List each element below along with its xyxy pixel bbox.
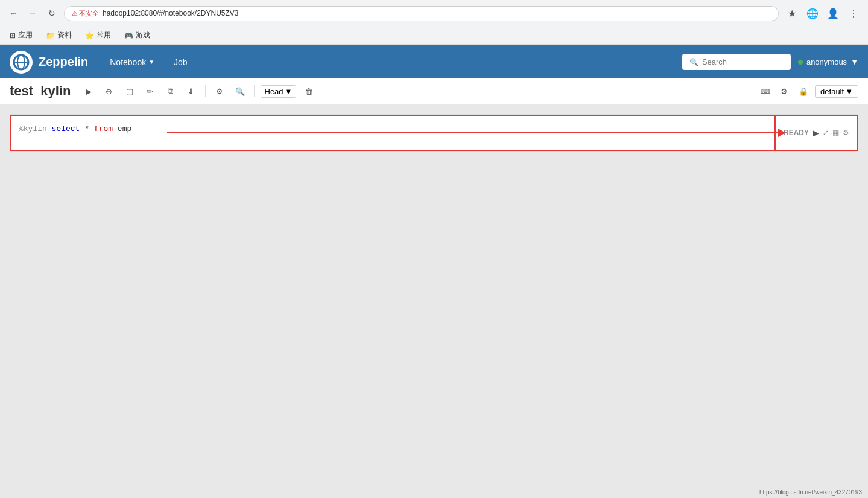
game-icon: 🎮: [124, 31, 133, 40]
code-asterisk: *: [80, 124, 93, 133]
head-dropdown[interactable]: Head ▼: [261, 85, 297, 98]
cell-expand-button[interactable]: ⤢: [823, 129, 829, 137]
user-area[interactable]: anonymous ▼: [798, 57, 858, 66]
bookmark-apps[interactable]: ⊞ 应用: [6, 29, 36, 42]
cell-run-button[interactable]: ▶: [813, 128, 819, 138]
nav-notebook[interactable]: Notebook ▼: [100, 53, 164, 72]
notebook-toolbar: test_kylin ▶ ⊖ ▢ ✏ ⧉ ⇓ ⚙ 🔍 Head ▼ 🗑 ⌨ ⚙ …: [0, 78, 868, 104]
main-nav: Notebook ▼ Job: [100, 53, 197, 72]
app-header: Zeppelin Notebook ▼ Job 🔍 anonymous ▼: [0, 45, 868, 78]
browser-actions: ★ 🌐 👤 ⋮: [784, 5, 862, 22]
search-button[interactable]: 🔍: [232, 83, 248, 99]
bookmarks-bar: ⊞ 应用 📁 资料 ⭐ 常用 🎮 游戏: [0, 27, 868, 45]
cell-code-area[interactable]: %kylin select * from emp: [10, 115, 775, 151]
code-from: from: [94, 124, 113, 133]
code-prefix: %kylin: [19, 124, 52, 133]
code-content: %kylin select * from emp: [19, 123, 767, 135]
url-text: hadoop102:8080/#/notebook/2DYNU5ZV3: [103, 9, 239, 18]
reload-button[interactable]: ↻: [45, 6, 59, 21]
default-dropdown-arrow: ▼: [845, 87, 853, 96]
cell-right-panel: READY ▶ ⤢ ▦ ⚙: [775, 115, 858, 151]
settings-btn[interactable]: ⚙: [776, 83, 792, 99]
paragraph-settings-button[interactable]: ⚙: [212, 83, 227, 99]
toolbar-separator: [205, 85, 206, 97]
delete-button[interactable]: 🗑: [301, 83, 317, 99]
forward-button[interactable]: →: [25, 6, 40, 21]
security-warning: ⚠ 不安全: [72, 9, 99, 18]
run-all-button[interactable]: ▶: [81, 83, 97, 99]
toolbar-right: ⌨ ⚙ 🔒 default ▼: [758, 83, 858, 99]
profile-btn[interactable]: 👤: [825, 5, 841, 22]
code-cell: %kylin select * from emp READY ▶ ⤢ ▦ ⚙: [10, 114, 858, 152]
cell-status: READY: [784, 129, 809, 137]
logo-area: Zeppelin: [10, 51, 88, 74]
menu-btn[interactable]: ⋮: [845, 5, 862, 22]
username: anonymous: [806, 57, 847, 66]
hide-code-button[interactable]: ⊖: [101, 83, 117, 99]
bookmark-data[interactable]: 📁 资料: [42, 29, 75, 42]
toolbar-separator-2: [254, 85, 255, 97]
logo-icon: [10, 51, 33, 74]
code-table: emp: [113, 124, 131, 133]
search-input[interactable]: [702, 57, 784, 66]
back-button[interactable]: ←: [6, 6, 21, 21]
clear-output-button[interactable]: ✏: [142, 83, 158, 99]
folder-icon: 📁: [46, 31, 55, 40]
bookmark-games[interactable]: 🎮 游戏: [121, 29, 154, 42]
head-dropdown-arrow: ▼: [285, 87, 293, 96]
bookmark-star[interactable]: ★: [784, 5, 800, 22]
browser-toolbar: ← → ↻ ⚠ 不安全 hadoop102:8080/#/notebook/2D…: [0, 0, 868, 27]
bookmark-common[interactable]: ⭐ 常用: [81, 29, 115, 42]
cell-table-button[interactable]: ▦: [832, 129, 839, 137]
user-status-dot: [798, 60, 803, 65]
star-icon: ⭐: [85, 31, 94, 40]
browser-chrome: ← → ↻ ⚠ 不安全 hadoop102:8080/#/notebook/2D…: [0, 0, 868, 45]
lock-btn[interactable]: 🔒: [796, 83, 811, 99]
search-box[interactable]: 🔍: [682, 54, 791, 70]
main-content: %kylin select * from emp READY ▶ ⤢ ▦ ⚙: [0, 104, 868, 467]
keyboard-shortcut-btn[interactable]: ⌨: [758, 86, 773, 97]
user-dropdown-arrow: ▼: [851, 57, 858, 66]
export-button[interactable]: ⇓: [183, 83, 199, 99]
default-dropdown[interactable]: default ▼: [815, 85, 858, 98]
code-select: select: [52, 124, 80, 133]
search-icon: 🔍: [689, 58, 699, 66]
notebook-title: test_kylin: [10, 83, 71, 99]
apps-icon: ⊞: [10, 31, 16, 40]
app-name: Zeppelin: [39, 55, 88, 69]
notebook-dropdown-arrow: ▼: [148, 59, 154, 65]
clone-button[interactable]: ⧉: [163, 83, 179, 99]
address-bar: ⚠ 不安全 hadoop102:8080/#/notebook/2DYNU5ZV…: [64, 6, 779, 21]
show-output-button[interactable]: ▢: [122, 83, 138, 99]
cell-settings-button[interactable]: ⚙: [843, 129, 849, 137]
translate-btn[interactable]: 🌐: [804, 5, 821, 22]
zeppelin-logo-svg: [13, 54, 30, 71]
nav-job[interactable]: Job: [164, 53, 197, 72]
